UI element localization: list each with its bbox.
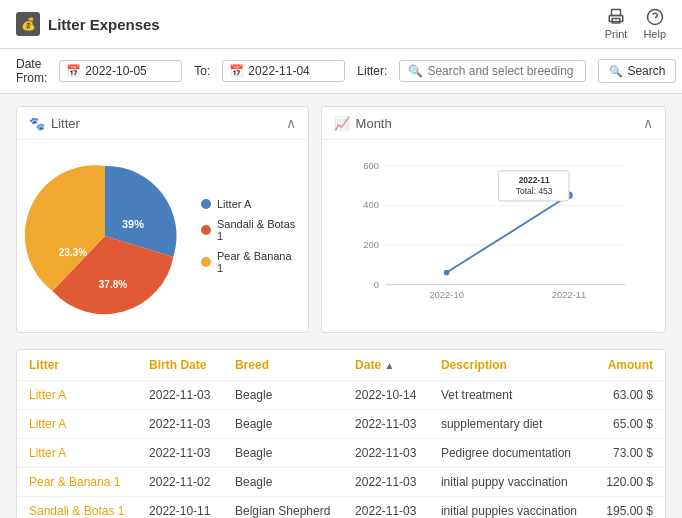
help-button[interactable]: Help (643, 8, 666, 40)
cell-litter: Litter A (17, 381, 137, 410)
cell-birth-date: 2022-11-02 (137, 468, 223, 497)
litter-search-input[interactable] (427, 64, 577, 78)
litter-link[interactable]: Litter A (29, 417, 66, 431)
cell-description: supplementary diet (429, 410, 590, 439)
litter-link[interactable]: Pear & Banana 1 (29, 475, 120, 489)
col-description: Description (429, 350, 590, 381)
sort-icon[interactable]: ▲ (384, 360, 394, 371)
cell-description: initial puppies vaccination (429, 497, 590, 519)
svg-text:Total: 453: Total: 453 (515, 186, 552, 196)
litter-link[interactable]: Litter A (29, 388, 66, 402)
cell-breed: Belgian Shepherd (223, 497, 343, 519)
legend-dot-sandali (201, 225, 211, 235)
header-actions: Print Help (605, 8, 666, 40)
cell-breed: Beagle (223, 439, 343, 468)
svg-text:2022-10: 2022-10 (429, 289, 464, 300)
month-chart-collapse[interactable]: ∧ (643, 115, 653, 131)
col-date: Date ▲ (343, 350, 429, 381)
trend-icon: 📈 (334, 116, 350, 131)
litter-link[interactable]: Litter A (29, 446, 66, 460)
cell-litter: Sandali & Botas 1 (17, 497, 137, 519)
date-to-label: To: (194, 64, 210, 78)
cell-amount: 73.00 $ (590, 439, 665, 468)
main-content: 🐾 Litter ∧ 39% 37.8% (0, 94, 682, 518)
cell-amount: 195.00 $ (590, 497, 665, 519)
col-birth-date: Birth Date (137, 350, 223, 381)
table-row: Pear & Banana 1 2022-11-02 Beagle 2022-1… (17, 468, 665, 497)
cell-description: Vet treatment (429, 381, 590, 410)
cell-birth-date: 2022-11-03 (137, 410, 223, 439)
search-button[interactable]: 🔍 Search (598, 59, 676, 83)
legend-dot-litter-a (201, 199, 211, 209)
col-litter: Litter (17, 350, 137, 381)
cell-litter: Litter A (17, 410, 137, 439)
legend-item-sandali: Sandali & Botas 1 (201, 218, 300, 242)
pie-container: 39% 37.8% 23.3% Litter A Sandali & Botas… (17, 140, 308, 332)
svg-text:600: 600 (363, 160, 379, 171)
cell-breed: Beagle (223, 468, 343, 497)
litter-chart-header: 🐾 Litter ∧ (17, 107, 308, 140)
cell-date: 2022-11-03 (343, 410, 429, 439)
legend-item-pear: Pear & Banana 1 (201, 250, 300, 274)
legend-dot-pear (201, 257, 211, 267)
svg-text:37.8%: 37.8% (99, 279, 127, 290)
cell-amount: 120.00 $ (590, 468, 665, 497)
litter-search-wrap: 🔍 (399, 60, 586, 82)
litter-chart-title: 🐾 Litter (29, 116, 80, 131)
page-title: Litter Expenses (48, 16, 160, 33)
month-chart-card: 📈 Month ∧ 600 400 200 0 (321, 106, 666, 333)
cell-litter: Pear & Banana 1 (17, 468, 137, 497)
date-to-input[interactable] (248, 64, 338, 78)
line-chart-container: 600 400 200 0 (322, 140, 665, 327)
litter-chart-collapse[interactable]: ∧ (286, 115, 296, 131)
month-chart-title: 📈 Month (334, 116, 392, 131)
table-body: Litter A 2022-11-03 Beagle 2022-10-14 Ve… (17, 381, 665, 519)
litter-label: Litter: (357, 64, 387, 78)
table-row: Sandali & Botas 1 2022-10-11 Belgian She… (17, 497, 665, 519)
table: Litter Birth Date Breed Date ▲ Descripti… (17, 350, 665, 518)
cell-amount: 63.00 $ (590, 381, 665, 410)
pie-chart-svg: 39% 37.8% 23.3% (25, 156, 185, 316)
header-left: 💰 Litter Expenses (16, 12, 160, 36)
table-header-row: Litter Birth Date Breed Date ▲ Descripti… (17, 350, 665, 381)
cell-birth-date: 2022-11-03 (137, 381, 223, 410)
svg-text:400: 400 (363, 199, 379, 210)
date-from-input-wrap: 📅 (59, 60, 182, 82)
col-breed: Breed (223, 350, 343, 381)
table-row: Litter A 2022-11-03 Beagle 2022-11-03 su… (17, 410, 665, 439)
svg-text:0: 0 (373, 279, 378, 290)
cell-litter: Litter A (17, 439, 137, 468)
col-amount: Amount (590, 350, 665, 381)
cell-description: initial puppy vaccination (429, 468, 590, 497)
date-to-input-wrap: 📅 (222, 60, 345, 82)
cell-date: 2022-11-03 (343, 439, 429, 468)
cell-birth-date: 2022-11-03 (137, 439, 223, 468)
search-small-icon: 🔍 (408, 64, 423, 78)
svg-text:39%: 39% (122, 218, 144, 230)
cell-breed: Beagle (223, 381, 343, 410)
svg-line-17 (446, 195, 568, 272)
svg-text:2022-11: 2022-11 (518, 175, 549, 185)
print-button[interactable]: Print (605, 8, 628, 40)
cell-description: Pedigree documentation (429, 439, 590, 468)
charts-row: 🐾 Litter ∧ 39% 37.8% (16, 106, 666, 333)
svg-text:2022-11: 2022-11 (551, 289, 586, 300)
search-btn-icon: 🔍 (609, 65, 623, 78)
cell-breed: Beagle (223, 410, 343, 439)
month-chart-header: 📈 Month ∧ (322, 107, 665, 140)
cell-date: 2022-11-03 (343, 497, 429, 519)
cell-birth-date: 2022-10-11 (137, 497, 223, 519)
table-row: Litter A 2022-11-03 Beagle 2022-10-14 Ve… (17, 381, 665, 410)
date-from-input[interactable] (85, 64, 175, 78)
cell-amount: 65.00 $ (590, 410, 665, 439)
legend-item-litter-a: Litter A (201, 198, 300, 210)
litter-link[interactable]: Sandali & Botas 1 (29, 504, 124, 518)
pie-legend: Litter A Sandali & Botas 1 Pear & Banana… (201, 198, 300, 274)
svg-rect-0 (612, 10, 621, 16)
expenses-table: Litter Birth Date Breed Date ▲ Descripti… (16, 349, 666, 518)
svg-point-18 (443, 270, 449, 276)
app-icon: 💰 (16, 12, 40, 36)
calendar-to-icon: 📅 (229, 64, 244, 78)
toolbar: Date From: 📅 To: 📅 Litter: 🔍 🔍 Search (0, 49, 682, 94)
line-chart-svg: 600 400 200 0 (334, 152, 653, 312)
